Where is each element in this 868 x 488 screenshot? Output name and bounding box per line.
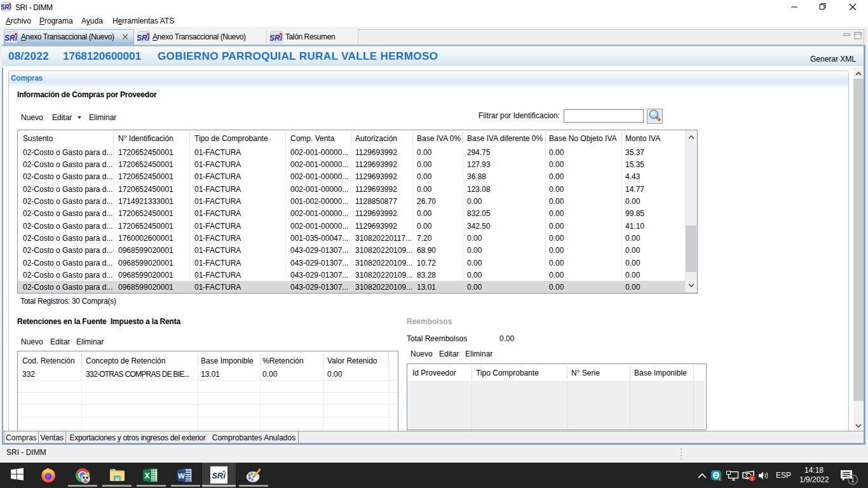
svg-text:W: W bbox=[178, 472, 185, 480]
svg-text:X: X bbox=[144, 471, 150, 480]
svg-text:!: ! bbox=[751, 476, 753, 482]
svg-text:1: 1 bbox=[851, 477, 855, 484]
